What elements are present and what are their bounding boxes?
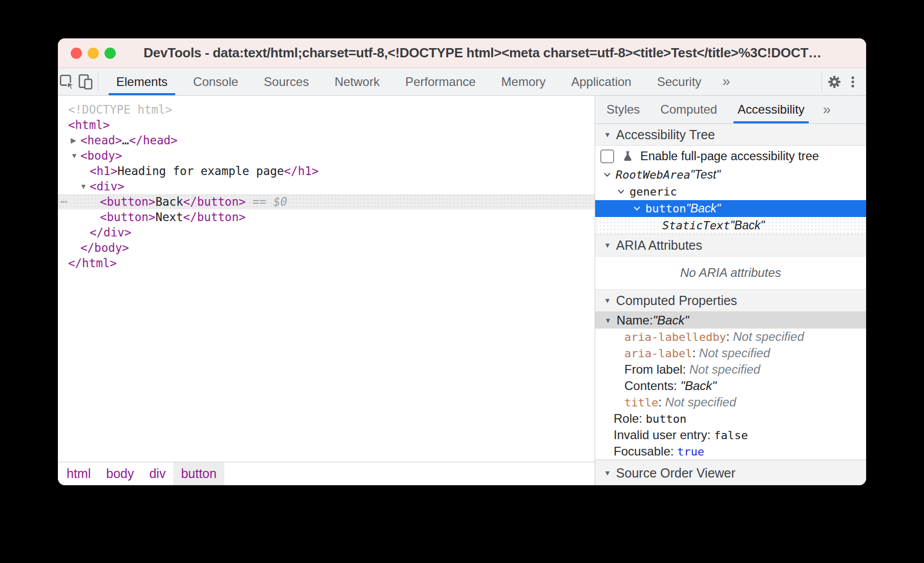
chevron-down-icon[interactable]: [633, 204, 641, 213]
row-ellipsis-icon[interactable]: ⋯: [60, 194, 68, 209]
computed-property-row: From label: Not specified: [595, 361, 866, 378]
dom-tree-row[interactable]: </body>: [58, 240, 595, 255]
computed-name-value: "Back": [653, 313, 689, 328]
dom-token: <head>: [80, 134, 122, 147]
computed-properties-section-header-label: Computed Properties: [616, 293, 737, 308]
minimize-window-button[interactable]: [88, 48, 99, 59]
tab-security[interactable]: Security: [644, 68, 715, 95]
dom-tree-row[interactable]: <html>: [58, 117, 595, 133]
computed-name-label: Name:: [617, 313, 653, 328]
a11y-tree-node[interactable]: StaticText "Back": [595, 217, 866, 234]
breadcrumb-body[interactable]: body: [98, 462, 141, 485]
computed-property-row: aria-labelledby: Not specified: [595, 329, 866, 345]
expand-arrow-down-icon[interactable]: ▼: [71, 148, 78, 163]
computed-name-row[interactable]: ▼Name: "Back": [595, 312, 866, 329]
a11y-node-token: StaticText: [662, 219, 730, 232]
computed-property-row: Invalid user entry: false: [595, 427, 866, 443]
dom-tree-row[interactable]: <!DOCTYPE html>: [58, 102, 595, 117]
section-collapse-icon: ▼: [604, 131, 611, 139]
close-window-button[interactable]: [71, 48, 82, 59]
accessibility-tree-section-header[interactable]: ▼Accessibility Tree: [595, 124, 866, 146]
computed-properties-section-header[interactable]: ▼Computed Properties: [595, 289, 866, 312]
maximize-window-button[interactable]: [104, 48, 116, 59]
a11y-node-token: "Back": [686, 202, 720, 215]
tab-console[interactable]: Console: [180, 68, 251, 95]
a11y-tree-node[interactable]: generic: [595, 183, 866, 200]
dom-token: <div>: [90, 180, 124, 193]
dom-tree-row[interactable]: <button>Next</button>: [58, 209, 595, 225]
aria-empty-message: No ARIA attributes: [595, 256, 866, 289]
tab-elements[interactable]: Elements: [103, 68, 180, 95]
enable-fullpage-a11y-label: Enable full-page accessibility tree: [640, 149, 819, 163]
tab-accessibility[interactable]: Accessibility: [727, 96, 815, 123]
aria-attributes-section-header-label: ARIA Attributes: [616, 238, 702, 253]
computed-property-row: Focusable: true: [595, 443, 866, 460]
property-value: Not specified: [733, 330, 804, 344]
property-key: aria-label: [624, 347, 692, 360]
gear-icon[interactable]: [825, 72, 844, 92]
tab-sources[interactable]: Sources: [251, 68, 322, 95]
property-value: Not specified: [665, 395, 737, 409]
inspect-icon[interactable]: [58, 72, 76, 92]
dom-tree-row[interactable]: </html>: [58, 255, 595, 271]
tab-computed[interactable]: Computed: [650, 96, 727, 123]
panel-tabs: ElementsConsoleSourcesNetworkPerformance…: [103, 68, 714, 95]
tab-network[interactable]: Network: [322, 68, 392, 95]
experiment-flask-icon: [621, 149, 635, 163]
dom-token: </h1>: [284, 164, 319, 178]
more-tabs-icon[interactable]: »: [714, 68, 738, 95]
breadcrumb-button[interactable]: button: [173, 462, 224, 485]
property-value: false: [714, 429, 748, 442]
dom-token: </div>: [90, 226, 131, 239]
a11y-tree-node[interactable]: RootWebArea "Test": [595, 166, 866, 183]
tab-application[interactable]: Application: [558, 68, 644, 95]
aria-attributes-section-header[interactable]: ▼ARIA Attributes: [595, 234, 866, 256]
a11y-tree-node[interactable]: button "Back": [595, 200, 866, 217]
enable-fullpage-a11y-checkbox[interactable]: [600, 149, 614, 163]
dom-tree-row[interactable]: </div>: [58, 225, 595, 240]
property-colon: :: [692, 346, 699, 360]
name-collapse-icon: ▼: [604, 316, 612, 324]
dom-token: </html>: [68, 256, 117, 270]
chevron-down-icon[interactable]: [603, 170, 612, 179]
a11y-node-token: "Back": [730, 219, 764, 232]
dom-tree-row[interactable]: <h1>Heading for example page</h1>: [58, 163, 595, 179]
device-toolbar-icon[interactable]: [76, 72, 95, 92]
dom-tree-row[interactable]: ⋯<button>Back</button> == $0: [58, 194, 595, 209]
breadcrumb-div[interactable]: div: [141, 462, 173, 485]
tab-styles[interactable]: Styles: [596, 96, 650, 123]
tab-performance[interactable]: Performance: [392, 68, 488, 95]
dom-tree-row[interactable]: ▼<body>: [58, 148, 595, 163]
dom-token: </button>: [183, 195, 246, 208]
property-value: "Back": [680, 379, 716, 393]
expand-arrow-right-icon[interactable]: ▶: [71, 133, 76, 148]
chevron-down-icon[interactable]: [617, 187, 625, 196]
source-order-viewer-label: Source Order Viewer: [616, 466, 736, 481]
section-collapse-icon: ▼: [604, 241, 611, 249]
dom-token: Heading for example page: [117, 164, 284, 178]
expand-arrow-down-icon[interactable]: ▼: [80, 179, 87, 194]
toolbar-divider: [98, 72, 98, 91]
elements-panel: <!DOCTYPE html><html>▶<head>…</head>▼<bo…: [58, 96, 595, 485]
dom-tree-row[interactable]: ▼<div>: [58, 179, 595, 194]
accessibility-tree-section-header-label: Accessibility Tree: [616, 127, 715, 142]
property-key: title: [624, 396, 658, 409]
section-collapse-icon: ▼: [604, 296, 611, 305]
property-value: button: [646, 413, 686, 425]
more-sidebar-tabs-icon[interactable]: »: [815, 96, 839, 123]
computed-property-row: aria-label: Not specified: [595, 345, 866, 361]
section-collapse-icon: ▼: [604, 469, 611, 477]
property-value: Not specified: [699, 346, 770, 360]
window-title: DevTools - data:text/html;charset=utf-8,…: [119, 45, 846, 61]
dom-token: </body>: [80, 241, 129, 254]
dom-tree-row[interactable]: ▶<head>…</head>: [58, 133, 595, 148]
tab-memory[interactable]: Memory: [489, 68, 559, 95]
property-colon: :: [707, 428, 714, 442]
a11y-node-token: "Test": [690, 168, 721, 182]
dom-token: </button>: [183, 210, 246, 224]
kebab-menu-icon[interactable]: [844, 72, 862, 92]
breadcrumb-html[interactable]: html: [59, 462, 98, 485]
property-key: aria-labelledby: [624, 331, 726, 343]
source-order-viewer-section-header[interactable]: ▼Source Order Viewer: [595, 460, 866, 485]
a11y-node-token: button: [645, 202, 686, 215]
